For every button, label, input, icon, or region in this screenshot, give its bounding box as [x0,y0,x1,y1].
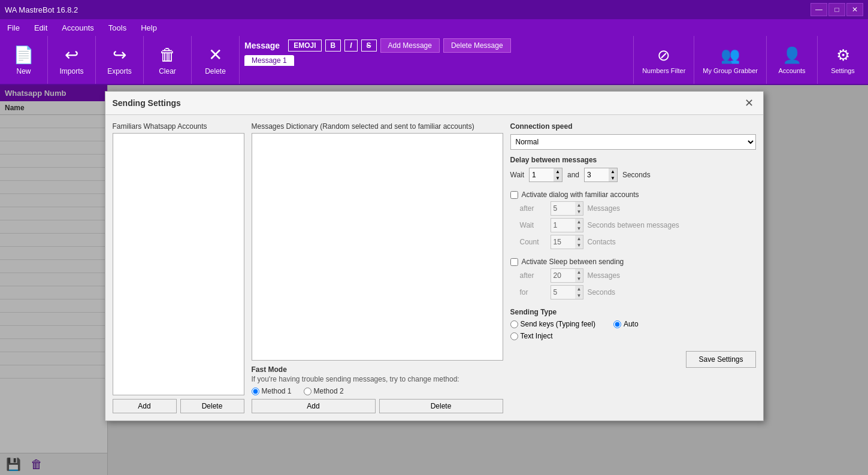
italic-button[interactable]: I [344,40,357,52]
message-toolbar: Message EMOJI B I S Add Message Delete M… [244,38,628,53]
contacts-label: Contacts [587,238,615,246]
menu-file[interactable]: File [5,22,22,34]
connection-speed-select[interactable]: Normal Fast Slow [510,134,756,150]
my-group-grabber-button[interactable]: 👥 My Group Grabber [694,36,766,84]
seconds-between-label: Seconds between messages [587,221,679,229]
wait-spinner-btns: ▲ ▼ [554,168,562,181]
modal-body: Familiars Whatsapp Accounts Add Delete M… [105,115,763,420]
emoji-button[interactable]: EMOJI [288,40,321,52]
count-row: Count ▲ ▼ Contacts [520,235,756,249]
menu-bar: File Edit Accounts Tools Help [0,19,868,36]
send-keys-label[interactable]: Send keys (Typing feel) [510,320,595,328]
settings-section: Connection speed Normal Fast Slow Delay … [510,122,756,413]
sleep-after-up[interactable]: ▲ [575,269,583,276]
wait2-input[interactable] [551,220,575,231]
wait-spinner[interactable]: ▲ ▼ [529,168,562,182]
toolbar: 📄 New ↩ Imports ↪ Exports 🗑 Clear ✕ Dele… [0,36,868,85]
maximize-button[interactable]: □ [828,3,845,16]
and-label: and [567,171,579,179]
sleep-for-input[interactable] [551,287,575,298]
method2-radio[interactable] [304,388,311,395]
menu-edit[interactable]: Edit [32,22,50,34]
familiars-delete-button[interactable]: Delete [180,399,244,413]
wait-input[interactable] [530,170,554,180]
sleep-for-up[interactable]: ▲ [575,286,583,292]
connection-speed-group: Connection speed Normal Fast Slow [510,122,756,150]
and-up[interactable]: ▲ [609,168,617,175]
accounts-button[interactable]: 👤 Accounts [766,36,817,84]
activate-sleep-checkbox[interactable] [510,258,518,266]
wait2-up[interactable]: ▲ [575,219,583,225]
main-area: Whatsapp Numb Name 💾 🗑 [0,85,868,475]
activate-sleep-row[interactable]: Activate Sleep between sending [510,258,756,266]
delete-button[interactable]: ✕ Delete [192,36,240,84]
sleep-for-label: for [520,288,547,297]
wait-down[interactable]: ▼ [554,175,562,181]
sending-type-label: Sending Type [510,308,756,316]
text-inject-radio[interactable] [510,332,518,340]
activate-dialog-checkbox[interactable] [510,191,518,199]
and-input[interactable] [585,170,609,180]
numbers-filter-button[interactable]: ⊘ Numbers Filter [633,36,694,84]
sending-type-left: Send keys (Typing feel) Text Inject [510,320,595,340]
window-controls: — □ ✕ [810,3,863,16]
minimize-button[interactable]: — [810,3,827,16]
menu-accounts[interactable]: Accounts [59,22,96,34]
text-inject-label[interactable]: Text Inject [510,332,595,340]
wait2-spinner[interactable]: ▲ ▼ [551,218,584,232]
menu-help[interactable]: Help [138,22,159,34]
right-toolbar: ⊘ Numbers Filter 👥 My Group Grabber 👤 Ac… [633,36,868,84]
wait2-down[interactable]: ▼ [575,225,583,232]
sleep-for-down[interactable]: ▼ [575,292,583,299]
sleep-after-down[interactable]: ▼ [575,276,583,282]
auto-label[interactable]: Auto [613,320,639,328]
count-down[interactable]: ▼ [575,242,583,249]
messages-add-button[interactable]: Add [252,399,376,413]
familiars-label: Familiars Whatsapp Accounts [113,122,244,131]
activate-sleep-group: Activate Sleep between sending after ▲ ▼ [510,258,756,302]
save-settings-button[interactable]: Save Settings [686,351,755,368]
sleep-messages-label: Messages [587,271,620,280]
sending-type-options: Send keys (Typing feel) Text Inject [510,320,756,340]
bold-button[interactable]: B [325,40,341,52]
strike-button[interactable]: S [361,40,377,52]
auto-radio[interactable] [613,320,621,328]
messages-section: Messages Dictionary (Random selected and… [252,122,503,413]
and-spinner[interactable]: ▲ ▼ [584,168,618,182]
clear-button[interactable]: 🗑 Clear [144,36,192,84]
count-input[interactable] [551,237,575,247]
messages-list[interactable] [252,133,503,361]
familiars-list[interactable] [113,133,244,395]
familiars-add-button[interactable]: Add [113,399,177,413]
sleep-for-spinner[interactable]: ▲ ▼ [551,285,584,299]
activate-dialog-row[interactable]: Activate dialog with familiar accounts [510,190,756,199]
send-keys-radio[interactable] [510,320,518,328]
modal-close-button[interactable]: ✕ [742,96,756,110]
menu-tools[interactable]: Tools [106,22,129,34]
count-up[interactable]: ▲ [575,235,583,242]
delay-row: Wait ▲ ▼ and [510,168,756,182]
after-down[interactable]: ▼ [575,208,583,215]
method1-radio[interactable] [252,388,259,395]
settings-button[interactable]: ⚙ Settings [817,36,868,84]
and-down[interactable]: ▼ [609,175,617,181]
count-spinner[interactable]: ▲ ▼ [551,235,584,249]
after-spinner[interactable]: ▲ ▼ [551,201,584,216]
new-button[interactable]: 📄 New [0,36,48,84]
imports-button[interactable]: ↩ Imports [48,36,96,84]
method1-radio-label[interactable]: Method 1 [252,387,292,395]
exports-button[interactable]: ↪ Exports [96,36,144,84]
after-input[interactable] [551,203,575,214]
delete-message-button[interactable]: Delete Message [443,38,511,53]
message-tab[interactable]: Message 1 [244,55,628,66]
wait-up[interactable]: ▲ [554,168,562,175]
add-message-button[interactable]: Add Message [380,38,440,53]
sleep-after-spinner[interactable]: ▲ ▼ [551,268,584,283]
messages-delete-button[interactable]: Delete [379,399,503,413]
sleep-after-input[interactable] [551,270,575,281]
title-bar: WA MastreBot 16.8.2 — □ ✕ [0,0,868,19]
sleep-after-label: after [520,271,547,280]
after-up[interactable]: ▲ [575,202,583,208]
close-button[interactable]: ✕ [846,3,863,16]
method2-radio-label[interactable]: Method 2 [304,387,344,395]
